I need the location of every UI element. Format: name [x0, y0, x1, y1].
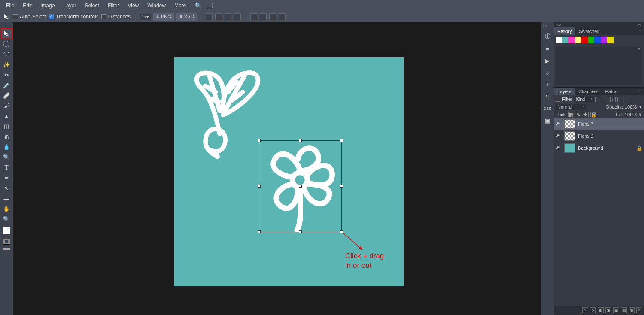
menu-more[interactable]: More — [170, 3, 190, 9]
swatch[interactable] — [562, 37, 568, 43]
hand-tool[interactable]: ✋ — [1, 203, 12, 214]
folder-icon[interactable]: ▣ — [613, 307, 619, 313]
visibility-icon[interactable]: 👁 — [556, 145, 562, 151]
fill-value[interactable]: 100% — [625, 112, 637, 117]
wand-tool[interactable]: ✨ — [1, 59, 12, 70]
menu-layer[interactable]: Layer — [59, 3, 80, 9]
collapse-panels-left-icon[interactable]: <> — [556, 23, 561, 27]
marquee-tool[interactable] — [1, 39, 12, 49]
tab-paths[interactable]: Paths — [602, 88, 621, 95]
menu-window[interactable]: Window — [143, 3, 170, 9]
layer-row[interactable]: 👁Floral 2 — [554, 130, 644, 142]
dodge-tool[interactable]: 🔍 — [1, 152, 12, 162]
history-body[interactable]: ▼ — [556, 47, 642, 85]
export-svg-button[interactable]: ⬇SVG — [176, 13, 197, 21]
tab-channels[interactable]: Channels — [575, 88, 601, 95]
shape-tool[interactable]: ▬ — [1, 193, 12, 203]
layer-thumbnail[interactable] — [564, 131, 575, 141]
swatch[interactable] — [556, 37, 562, 43]
tab-swatches[interactable]: Swatches — [575, 27, 603, 35]
filter-smart-icon[interactable] — [625, 97, 630, 102]
type-tool[interactable]: T — [1, 162, 12, 173]
blur-tool[interactable]: 💧 — [1, 142, 12, 152]
align-left-icon[interactable] — [206, 13, 213, 20]
layer-thumbnail[interactable] — [564, 119, 575, 129]
filter-checkbox[interactable] — [556, 97, 560, 102]
filter-type-icon[interactable]: T — [610, 97, 616, 102]
eyedropper-tool[interactable]: 💉 — [1, 80, 12, 90]
collapse-panels-right-icon[interactable]: >< — [637, 23, 641, 27]
dist-left-icon[interactable] — [250, 13, 257, 20]
pen-tool[interactable]: ✒ — [1, 173, 12, 183]
auto-select-checkbox[interactable]: Auto-Select — [13, 14, 46, 20]
collapse-left-icon[interactable]: <> — [543, 24, 547, 28]
swatch[interactable] — [575, 37, 581, 43]
opacity-arrow-icon[interactable]: ▼ — [638, 105, 642, 109]
heal-tool[interactable]: 🩹 — [1, 90, 12, 100]
lock-all-icon[interactable]: 🔒 — [590, 112, 596, 117]
gradient-tool[interactable]: ◐ — [1, 131, 12, 142]
visibility-icon[interactable]: 👁 — [556, 133, 562, 139]
dist-more-icon[interactable] — [279, 13, 286, 20]
menu-view[interactable]: View — [123, 3, 143, 9]
actions-icon[interactable]: ▶ — [544, 57, 551, 64]
blend-mode-select[interactable]: Normal — [556, 104, 586, 110]
fill-arrow-icon[interactable]: ▼ — [638, 112, 642, 117]
dist-right-icon[interactable] — [269, 13, 276, 20]
panel-menu-icon[interactable]: ≡ — [637, 88, 644, 95]
menu-filter[interactable]: Filter — [103, 3, 124, 9]
visibility-icon[interactable]: 👁 — [556, 121, 562, 127]
menu-image[interactable]: Image — [36, 3, 59, 9]
brush-tool[interactable]: 🖌 — [1, 100, 12, 111]
align-top-icon[interactable] — [234, 13, 241, 20]
transform-controls-checkbox[interactable]: Transform controls — [49, 14, 99, 20]
swatch[interactable] — [581, 37, 588, 43]
link-layers-icon[interactable]: ∞ — [582, 307, 588, 313]
lock-pixels-icon[interactable]: ✎ — [576, 112, 581, 117]
layer-thumbnail[interactable] — [564, 143, 575, 153]
character-icon[interactable]: T — [544, 81, 551, 88]
eraser-tool[interactable]: ◫ — [1, 121, 12, 131]
swatch[interactable] — [588, 37, 594, 43]
align-right-icon[interactable] — [225, 13, 231, 20]
path-tool[interactable]: ↖ — [1, 183, 12, 193]
panel-menu-icon[interactable]: ≡ — [637, 27, 644, 35]
lasso-tool[interactable] — [1, 49, 12, 59]
zoom-select[interactable]: 1x▾ — [140, 14, 151, 20]
swatch[interactable] — [607, 37, 614, 43]
info-icon[interactable]: ⓘ — [544, 33, 551, 40]
align-center-h-icon[interactable] — [215, 13, 222, 20]
more-icon[interactable]: ≡ — [636, 307, 642, 313]
filter-adjust-icon[interactable] — [603, 97, 608, 102]
swatch[interactable] — [594, 37, 601, 43]
filter-shape-icon[interactable] — [617, 97, 623, 102]
swatch[interactable] — [568, 37, 575, 43]
lock-position-icon[interactable]: ✥ — [583, 112, 589, 117]
css-icon[interactable]: CSS — [544, 105, 551, 112]
layer-row[interactable]: 👁Floral 7 — [554, 118, 644, 130]
move-tool[interactable]: + — [1, 28, 12, 39]
crop-tool[interactable]: ✂ — [1, 70, 12, 80]
screen-mode-icon[interactable] — [3, 248, 10, 250]
adjustment-icon[interactable]: ◑ — [605, 307, 611, 313]
properties-icon[interactable]: ≡ — [544, 45, 551, 52]
foreground-color[interactable] — [3, 227, 10, 234]
mask-icon[interactable]: ◐ — [598, 307, 604, 313]
thumbnail-icon[interactable]: ▣ — [544, 117, 551, 124]
history-scroll-arrow-icon[interactable]: ▼ — [636, 47, 642, 55]
swatch[interactable] — [601, 37, 607, 43]
canvas-area[interactable]: Click + dragin or out — [13, 22, 541, 315]
delete-layer-icon[interactable]: 🗑 — [629, 307, 635, 313]
dist-center-icon[interactable] — [260, 13, 267, 20]
brushes-icon[interactable]: J — [544, 69, 551, 76]
tab-layers[interactable]: Layers — [554, 88, 575, 95]
export-png-button[interactable]: ⬇PNG — [153, 13, 174, 21]
search-icon[interactable]: 🔍 — [190, 2, 202, 9]
lock-transparency-icon[interactable]: ▩ — [568, 112, 574, 117]
filter-kind-select[interactable]: Kind — [574, 96, 594, 102]
zoom-tool[interactable]: 🔍 — [1, 214, 12, 224]
layer-row[interactable]: 👁Background🔒 — [554, 142, 644, 154]
distances-checkbox[interactable]: Distances — [101, 14, 131, 20]
fx-icon[interactable]: fx — [590, 307, 596, 313]
tab-history[interactable]: History — [554, 27, 575, 35]
